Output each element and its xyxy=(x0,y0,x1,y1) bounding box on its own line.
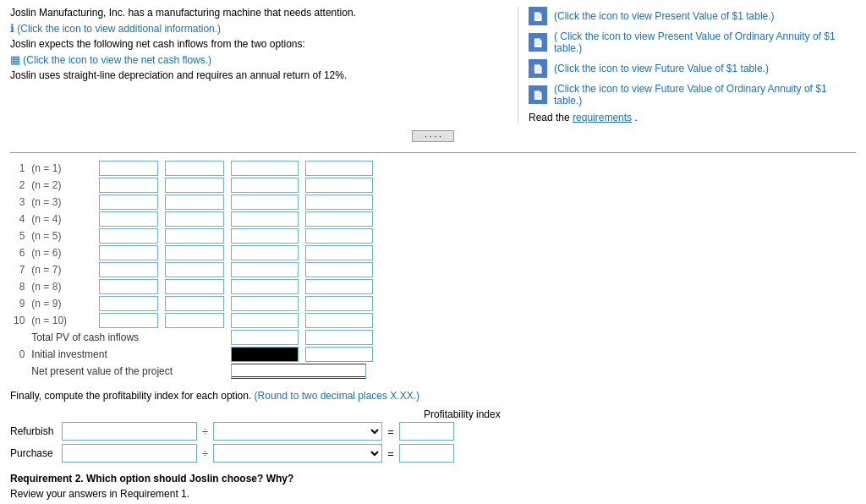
table-row: 3 (n = 3) xyxy=(10,194,376,211)
input-col3-row6[interactable] xyxy=(231,245,299,260)
input-col2-row8[interactable] xyxy=(165,279,224,294)
refurbish-result[interactable] xyxy=(399,422,454,441)
fv-table-link[interactable]: 📄 (Click the icon to view Future Value o… xyxy=(529,59,856,78)
input-col1-row5[interactable] xyxy=(99,228,158,244)
cash-flows-link[interactable]: ▦ (Click the icon to view the net cash f… xyxy=(10,53,501,66)
input-col1-row1[interactable] xyxy=(99,161,158,176)
profitability-index-header: Profitability index xyxy=(424,408,501,420)
profitability-section: Finally, compute the profitability index… xyxy=(10,390,856,463)
input-col4-row7[interactable] xyxy=(305,262,373,277)
input-col2-row2[interactable] xyxy=(165,178,224,193)
table-row: 5 (n = 5) xyxy=(10,227,376,244)
input-col2-row9[interactable] xyxy=(165,296,224,311)
input-col3-row2[interactable] xyxy=(231,178,299,193)
pv-table-section: 1 (n = 1) 2 (n = 2) 3 (n = 3) 4 (n = 4) xyxy=(10,160,856,380)
table-row: 9 (n = 9) xyxy=(10,295,376,312)
npv-row: Net present value of the project xyxy=(10,363,376,380)
info-icon: ℹ xyxy=(10,22,14,35)
refurbish-numerator[interactable] xyxy=(62,422,197,441)
file-icon-2: 📄 xyxy=(529,33,547,52)
refurbish-equals: = xyxy=(387,425,394,438)
refurbish-denominator-select[interactable] xyxy=(213,422,382,441)
purchase-equals: = xyxy=(387,447,394,460)
input-col1-row2[interactable] xyxy=(99,178,158,193)
input-col3-row8[interactable] xyxy=(231,279,299,294)
purchase-label: Purchase xyxy=(10,447,57,459)
table-row: 4 (n = 4) xyxy=(10,211,376,227)
fv-annuity-link[interactable]: 📄 (Click the icon to view Future Value o… xyxy=(529,83,856,107)
table-row: 6 (n = 6) xyxy=(10,244,376,261)
input-col3-row1[interactable] xyxy=(231,161,299,176)
input-col2-row6[interactable] xyxy=(165,245,224,260)
req2-review: Review your answers in Requirement 1. xyxy=(10,488,856,500)
input-col2-row7[interactable] xyxy=(165,262,224,277)
requirements-row: Read the requirements . xyxy=(529,112,856,123)
initial-inv-purchase[interactable] xyxy=(305,347,373,362)
req2-title: Requirement 2. Which option should Josli… xyxy=(10,473,856,485)
input-col4-row10[interactable] xyxy=(305,313,373,328)
purchase-result[interactable] xyxy=(399,444,454,463)
input-col3-row7[interactable] xyxy=(231,262,299,277)
input-col4-row1[interactable] xyxy=(305,161,373,176)
refurbish-operator: ÷ xyxy=(202,425,208,438)
input-col1-row6[interactable] xyxy=(99,245,158,260)
total-pv-purchase[interactable] xyxy=(305,330,373,345)
input-col1-row3[interactable] xyxy=(99,194,158,210)
purchase-denominator-select[interactable] xyxy=(213,444,382,463)
table-row: 10 (n = 10) xyxy=(10,312,376,329)
input-col2-row3[interactable] xyxy=(165,194,224,210)
refurbish-label: Refurbish xyxy=(10,425,57,437)
input-col3-row5[interactable] xyxy=(231,228,299,244)
input-col2-row1[interactable] xyxy=(165,161,224,176)
input-col1-row4[interactable] xyxy=(99,211,158,227)
table-row: 2 (n = 2) xyxy=(10,177,376,194)
depreciation-text: Joslin uses straight-line depreciation a… xyxy=(10,69,501,81)
input-col3-row3[interactable] xyxy=(231,194,299,210)
additional-info-link[interactable]: ℹ (Click the icon to view additional inf… xyxy=(10,22,501,35)
input-col1-row9[interactable] xyxy=(99,296,158,311)
input-col4-row9[interactable] xyxy=(305,296,373,311)
refurbish-prof-row: Refurbish ÷ = xyxy=(10,422,856,441)
intro-text: Joslin Manufacturing, Inc. has a manufac… xyxy=(10,7,501,19)
expects-text: Joslin expects the following net cash in… xyxy=(10,38,501,50)
input-col4-row4[interactable] xyxy=(305,211,373,227)
pv-table: 1 (n = 1) 2 (n = 2) 3 (n = 3) 4 (n = 4) xyxy=(10,160,376,380)
purchase-numerator[interactable] xyxy=(62,444,197,463)
initial-investment-row: 0 Initial investment xyxy=(10,346,376,363)
npv-value[interactable] xyxy=(231,364,366,379)
file-icon-1: 📄 xyxy=(529,7,547,25)
input-col4-row8[interactable] xyxy=(305,279,373,294)
file-icon-3: 📄 xyxy=(529,59,547,78)
total-pv-refurbish[interactable] xyxy=(231,330,299,345)
collapse-button[interactable]: · · · · xyxy=(412,130,454,142)
prof-instruction: Finally, compute the profitability index… xyxy=(10,390,856,402)
input-col3-row4[interactable] xyxy=(231,211,299,227)
section-divider xyxy=(10,152,856,153)
input-col1-row8[interactable] xyxy=(99,279,158,294)
total-pv-row: Total PV of cash inflows xyxy=(10,329,376,346)
requirements-link[interactable]: requirements xyxy=(573,112,632,123)
input-col4-row6[interactable] xyxy=(305,245,373,260)
table-row: 1 (n = 1) xyxy=(10,160,376,177)
input-col4-row2[interactable] xyxy=(305,178,373,193)
input-col4-row5[interactable] xyxy=(305,228,373,244)
input-col2-row4[interactable] xyxy=(165,211,224,227)
table-row: 8 (n = 8) xyxy=(10,278,376,295)
round-note-link[interactable]: (Round to two decimal places X.XX.) xyxy=(255,390,419,402)
grid-icon: ▦ xyxy=(10,53,20,66)
purchase-operator: ÷ xyxy=(202,447,208,460)
input-col3-row9[interactable] xyxy=(231,296,299,311)
initial-inv-refurbish[interactable] xyxy=(231,347,299,362)
pv-annuity-link[interactable]: 📄 ( Click the icon to view Present Value… xyxy=(529,30,856,54)
input-col2-row10[interactable] xyxy=(165,313,224,328)
input-col1-row7[interactable] xyxy=(99,262,158,277)
input-col4-row3[interactable] xyxy=(305,194,373,210)
file-icon-4: 📄 xyxy=(529,85,547,104)
requirement2-section: Requirement 2. Which option should Josli… xyxy=(10,473,856,504)
purchase-prof-row: Purchase ÷ = xyxy=(10,444,856,463)
input-col3-row10[interactable] xyxy=(231,313,299,328)
input-col1-row10[interactable] xyxy=(99,313,158,328)
pv-table-link-1[interactable]: 📄 (Click the icon to view Present Value … xyxy=(529,7,856,25)
input-col2-row5[interactable] xyxy=(165,228,224,244)
table-row: 7 (n = 7) xyxy=(10,261,376,278)
